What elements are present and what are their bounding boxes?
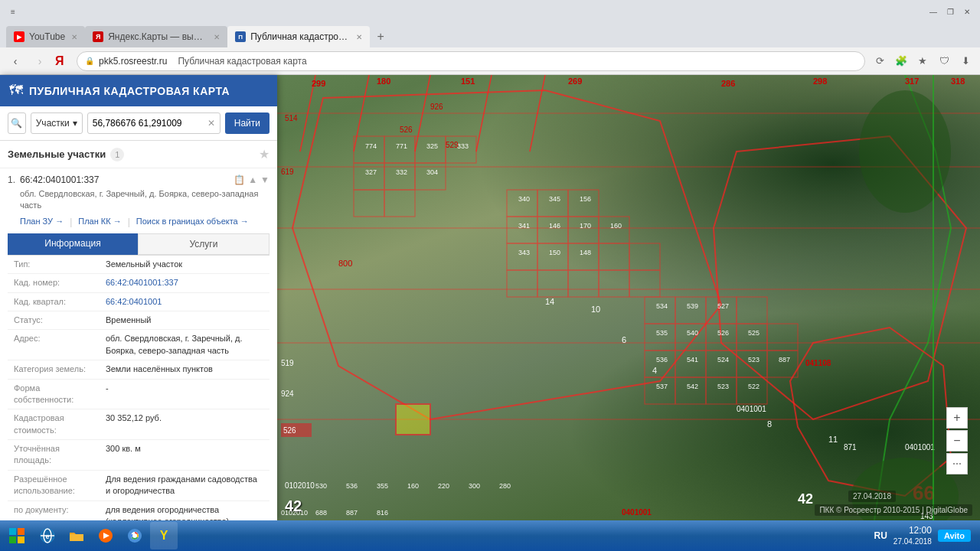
svg-rect-47 bbox=[767, 324, 798, 350]
bookmark-icon[interactable]: ★ bbox=[914, 53, 931, 70]
svg-text:8: 8 bbox=[767, 419, 772, 429]
info-table: Тип: Земельный участок Кад. номер: 66:42… bbox=[8, 256, 270, 520]
copy-icon[interactable]: 📋 bbox=[234, 174, 245, 185]
zoom-in-button[interactable]: + bbox=[946, 407, 968, 429]
svg-text:540: 540 bbox=[687, 329, 698, 337]
svg-rect-35 bbox=[537, 270, 568, 297]
extensions-icon[interactable]: 🧩 bbox=[893, 53, 910, 70]
svg-text:0401001: 0401001 bbox=[905, 443, 935, 452]
find-button[interactable]: Найти bbox=[225, 112, 270, 134]
new-tab-button[interactable]: + bbox=[370, 26, 391, 47]
row-cad-kvartal: Кад. квартал: 66:42:0401001 bbox=[8, 292, 270, 311]
results-title: Земельные участки bbox=[8, 148, 106, 160]
svg-rect-34 bbox=[507, 270, 537, 297]
map-options-button[interactable]: ⋯ bbox=[946, 453, 968, 474]
svg-rect-39 bbox=[645, 297, 675, 324]
card-tabs: Информация Услуги bbox=[8, 233, 270, 256]
tab-yandex-close[interactable]: ✕ bbox=[214, 33, 220, 41]
svg-rect-49 bbox=[675, 350, 706, 377]
taskbar-ie-icon[interactable]: e bbox=[34, 522, 61, 549]
category-earth-value: Земли населённых пунктов bbox=[100, 360, 270, 379]
taskbar-yandex-icon[interactable]: Y bbox=[150, 522, 178, 549]
back-button[interactable]: ‹ bbox=[6, 52, 24, 70]
tab-yandex-maps[interactable]: Я Яндекс.Карты — выбирайт... ✕ bbox=[85, 26, 227, 47]
row-status: Статус: Временный bbox=[8, 311, 270, 329]
taskbar: e bbox=[0, 520, 980, 551]
address-bar: ‹ › Я 🔒 pkk5.rosreestr.ru Публичная када… bbox=[0, 47, 980, 75]
browser-menu-icon[interactable]: ≡ bbox=[6, 5, 20, 18]
minimize-button[interactable]: — bbox=[926, 5, 940, 18]
search-border-link[interactable]: Поиск в границах объекта → bbox=[136, 217, 249, 227]
clear-search-icon[interactable]: ✕ bbox=[207, 118, 215, 129]
svg-rect-51 bbox=[737, 350, 767, 377]
svg-rect-143 bbox=[9, 536, 16, 543]
forward-button[interactable]: › bbox=[31, 52, 49, 70]
status-value: Временный bbox=[100, 311, 270, 329]
svg-text:150: 150 bbox=[549, 249, 560, 256]
svg-text:536: 536 bbox=[346, 482, 358, 490]
address-value: обл. Свердловская, г. Заречный, д. Боярк… bbox=[100, 330, 270, 360]
svg-text:926: 926 bbox=[430, 103, 443, 111]
svg-text:0102010: 0102010 bbox=[285, 481, 315, 490]
category-earth-label: Категория земель: bbox=[8, 360, 100, 379]
svg-text:0102010: 0102010 bbox=[281, 509, 308, 517]
property-id: 66:42:0401001:337 bbox=[20, 174, 99, 185]
plan-kk-link[interactable]: План КК → bbox=[78, 217, 121, 227]
row-permitted: Разрешённое использование: Для ведения г… bbox=[8, 470, 270, 500]
cad-num-link[interactable]: 66:42:0401001:337 bbox=[106, 278, 178, 287]
svg-text:525: 525 bbox=[748, 329, 760, 337]
tab-services[interactable]: Услуги bbox=[138, 233, 270, 255]
taskbar-folder-icon[interactable] bbox=[63, 522, 90, 549]
svg-text:355: 355 bbox=[377, 482, 388, 490]
avito-button[interactable]: Avito bbox=[938, 530, 971, 542]
close-button[interactable]: ✕ bbox=[960, 5, 974, 18]
row-type: Тип: Земельный участок bbox=[8, 256, 270, 274]
taskbar-chrome-icon[interactable] bbox=[121, 522, 149, 549]
start-button[interactable] bbox=[3, 522, 31, 549]
property-card: 1. 66:42:0401001:337 📋 ▲ ▼ обл. Свердлов… bbox=[0, 168, 277, 520]
svg-rect-40 bbox=[675, 297, 706, 324]
svg-text:304: 304 bbox=[426, 168, 438, 176]
tab-yandex-title: Яндекс.Карты — выбирайт... bbox=[108, 31, 207, 42]
tab-pkk-close[interactable]: ✕ bbox=[356, 33, 362, 41]
url-bar[interactable]: 🔒 pkk5.rosreestr.ru Публичная кадастрова… bbox=[77, 51, 865, 71]
taskbar-media-icon[interactable] bbox=[92, 522, 119, 549]
bookmark-star-icon[interactable]: ★ bbox=[259, 147, 270, 161]
svg-text:42: 42 bbox=[798, 491, 813, 507]
search-input-wrap: ✕ bbox=[87, 112, 220, 134]
zoom-out-button[interactable]: − bbox=[946, 430, 968, 452]
cad-num-value: 66:42:0401001:337 bbox=[100, 274, 270, 292]
svg-text:286: 286 bbox=[721, 79, 735, 88]
cad-kvartal-link[interactable]: 66:42:0401001 bbox=[106, 297, 162, 306]
svg-text:269: 269 bbox=[568, 77, 582, 86]
svg-rect-31 bbox=[568, 243, 599, 270]
tab-youtube-close[interactable]: ✕ bbox=[71, 33, 77, 41]
svg-text:332: 332 bbox=[396, 168, 407, 176]
plan-zu-link[interactable]: План ЗУ → bbox=[20, 217, 64, 227]
refresh-button[interactable]: ⟳ bbox=[871, 53, 888, 70]
arrow-up-icon[interactable]: ▲ bbox=[248, 174, 257, 185]
search-icon-button[interactable]: 🔍 bbox=[8, 112, 26, 134]
svg-rect-56 bbox=[737, 377, 767, 404]
pkk-logo-icon: 🗺 bbox=[9, 83, 23, 99]
svg-text:542: 542 bbox=[687, 383, 698, 390]
tab-pkk[interactable]: П Публичная кадастрова... ✕ bbox=[227, 26, 370, 47]
tab-info[interactable]: Информация bbox=[8, 233, 138, 255]
svg-text:e: e bbox=[45, 533, 49, 540]
tab-youtube[interactable]: ▶ YouTube ✕ bbox=[6, 26, 85, 47]
browser-window: ≡ — ❐ ✕ ▶ YouTube ✕ Я bbox=[0, 0, 980, 551]
svg-text:6: 6 bbox=[622, 335, 626, 344]
address-label: Адрес: bbox=[8, 330, 100, 360]
download-icon[interactable]: ⬇ bbox=[957, 53, 974, 70]
tab-pkk-title: Публичная кадастрова... bbox=[250, 31, 350, 42]
permitted-label: Разрешённое использование: bbox=[8, 470, 100, 500]
shield-icon[interactable]: 🛡 bbox=[936, 53, 952, 70]
row-doc: по документу: для ведения огородничества… bbox=[8, 500, 270, 520]
maximize-button[interactable]: ❐ bbox=[943, 5, 957, 18]
permitted-value: Для ведения гражданами садоводства и ого… bbox=[100, 470, 270, 500]
row-cad-num: Кад. номер: 66:42:0401001:337 bbox=[8, 274, 270, 292]
search-input[interactable] bbox=[93, 118, 207, 129]
svg-text:148: 148 bbox=[580, 249, 591, 256]
category-dropdown[interactable]: Участки ▾ bbox=[31, 112, 83, 134]
arrow-down-icon[interactable]: ▼ bbox=[260, 174, 270, 185]
